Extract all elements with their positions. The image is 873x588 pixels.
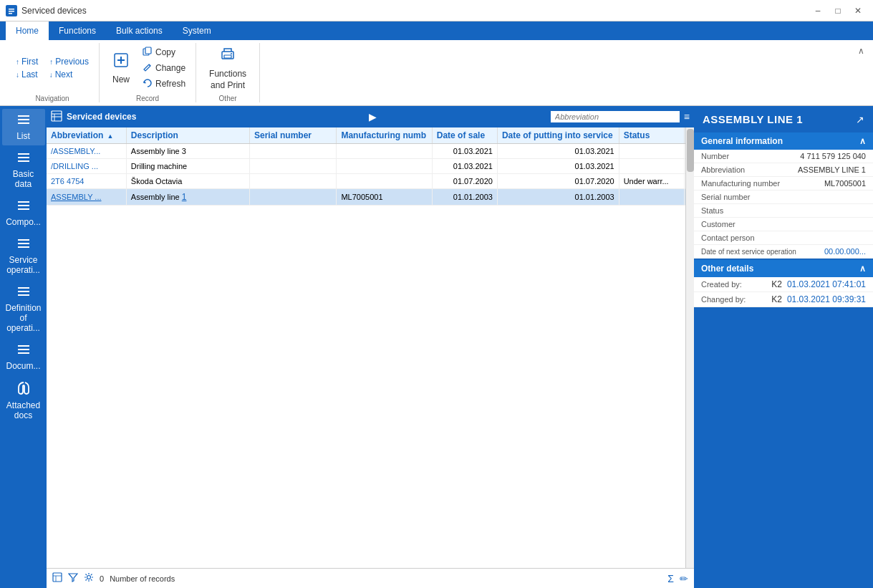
sidebar-item-basic-data[interactable]: Basic data (2, 147, 45, 193)
table-scrollbar[interactable] (685, 127, 694, 568)
app-title: Serviced devices (21, 6, 87, 16)
sidebar-item-docum[interactable]: Docum... (2, 339, 45, 375)
grid-view-icon[interactable] (52, 572, 62, 584)
general-info-label: General information (701, 136, 783, 146)
last-button[interactable]: ↓ Last (11, 68, 42, 81)
record-group-label: Record (136, 95, 159, 102)
other-details-chevron[interactable]: ∧ (859, 264, 866, 274)
next-button[interactable]: ↓ Next (45, 68, 77, 81)
next-label: Next (55, 69, 73, 79)
refresh-button[interactable]: Refresh (138, 77, 190, 92)
minimize-button[interactable]: – (809, 4, 827, 18)
ribbon: Home Functions Bulk actions System ↑ Fir… (0, 21, 873, 106)
sidebar-list-label: List (16, 131, 30, 141)
cell-serial-3 (249, 189, 336, 206)
edit-icon[interactable]: ✏ (680, 573, 688, 584)
filter-icon[interactable] (68, 572, 78, 584)
tab-bulk-actions[interactable]: Bulk actions (106, 21, 173, 40)
svg-line-9 (149, 64, 150, 66)
col-abbr-label: Abbreviation (51, 130, 103, 140)
sidebar-definition-label: Definition of operati... (4, 303, 44, 333)
grid-toolbar: Serviced devices ▶ ≡ (47, 106, 694, 127)
settings-icon[interactable] (84, 572, 94, 584)
status-right: Σ ✏ (667, 573, 688, 584)
value-mfg: ML7005001 (780, 179, 866, 188)
grid-search-container (381, 111, 679, 122)
search-input[interactable] (551, 111, 680, 122)
tab-home[interactable]: Home (6, 21, 49, 40)
nav-buttons: ↑ First ↑ Previous ↓ Last (11, 43, 93, 93)
cell-service-0: 01.03.2021 (497, 144, 619, 159)
sidebar-item-service-operations[interactable]: Service operati... (2, 233, 45, 279)
new-button[interactable]: New (105, 49, 137, 87)
other-buttons: Functions and Print (202, 43, 254, 93)
table-wrapper[interactable]: Abbreviation ▲ Description Serial number… (47, 127, 694, 568)
grid-table-icon[interactable] (51, 110, 62, 124)
table-row[interactable]: /DRILLING ... Drilling machine 01.03.202… (47, 159, 694, 174)
previous-button[interactable]: ↑ Previous (45, 55, 93, 68)
title-bar: Serviced devices – □ ✕ (0, 0, 873, 21)
label-next-service: Date of next service operation (701, 248, 796, 256)
created-date: 01.03.2021 07:41:01 (787, 279, 866, 289)
definition-icon (16, 285, 31, 302)
other-details-label: Other details (701, 264, 753, 274)
cell-status-1 (619, 159, 684, 174)
functions-print-button[interactable]: Functions and Print (202, 43, 254, 93)
general-info-section: General information ∧ Number 4 711 579 1… (694, 132, 873, 259)
other-details-header[interactable]: Other details ∧ (694, 260, 873, 277)
general-info-chevron[interactable]: ∧ (859, 136, 866, 146)
panel-row-serial: Serial number (694, 191, 873, 204)
col-header-serial[interactable]: Serial number (249, 127, 336, 144)
table-row[interactable]: /ASSEMBLY... Assembly line 3 01.03.2021 … (47, 144, 694, 159)
sum-icon[interactable]: Σ (667, 573, 674, 584)
sidebar-item-attached-docs[interactable]: Attached docs (2, 377, 45, 425)
maximize-button[interactable]: □ (829, 4, 847, 18)
sidebar-basic-data-label: Basic data (4, 169, 44, 189)
table-row-selected[interactable]: ASSEMBLY ... Assembly line 1 ML7005001 0… (47, 189, 694, 206)
right-panel-title: ASSEMBLY LINE 1 (703, 113, 803, 125)
right-panel-header: ASSEMBLY LINE 1 ↗ (694, 106, 873, 132)
ribbon-group-other: Functions and Print Other (196, 43, 260, 102)
col-header-mfg[interactable]: Manufacturing numb (337, 127, 432, 144)
copy-icon (143, 47, 153, 59)
cell-service-2: 01.07.2020 (497, 174, 619, 189)
close-button[interactable]: ✕ (849, 4, 867, 18)
col-header-sale[interactable]: Date of sale (432, 127, 497, 144)
col-header-description[interactable]: Description (126, 127, 249, 144)
tab-system[interactable]: System (173, 21, 221, 40)
label-mfg: Manufacturing number (701, 179, 780, 188)
changed-date: 01.03.2021 09:39:31 (787, 294, 866, 304)
filter-count: 0 (100, 574, 104, 583)
right-panel-expand-icon[interactable]: ↗ (856, 114, 864, 125)
last-label: Last (21, 69, 38, 79)
copy-button[interactable]: Copy (138, 45, 190, 60)
attached-docs-icon (17, 381, 30, 399)
sidebar-attached-docs-label: Attached docs (4, 400, 44, 420)
general-info-header[interactable]: General information ∧ (694, 132, 873, 150)
title-bar-left: Serviced devices (6, 5, 87, 16)
small-record-group: Copy Change Refresh (138, 45, 190, 92)
change-icon (143, 62, 153, 74)
sidebar-item-compo[interactable]: Compo... (2, 195, 45, 231)
cell-serial-2 (249, 174, 336, 189)
ribbon-collapse-button[interactable]: ∧ (855, 43, 867, 59)
scrollbar-thumb[interactable] (687, 129, 694, 172)
cell-mfg-0 (337, 144, 432, 159)
grid-menu-icon[interactable]: ≡ (684, 111, 690, 122)
col-service-label: Date of putting into service (502, 130, 613, 140)
col-header-abbreviation[interactable]: Abbreviation ▲ (47, 127, 126, 144)
col-header-status[interactable]: Status (619, 127, 684, 144)
change-button[interactable]: Change (138, 61, 190, 76)
ribbon-group-navigation: ↑ First ↑ Previous ↓ Last (6, 43, 100, 102)
label-abbreviation: Abbreviation (701, 165, 766, 174)
sidebar-item-list[interactable]: List (2, 109, 45, 145)
col-header-service[interactable]: Date of putting into service (497, 127, 619, 144)
sidebar-item-definition[interactable]: Definition of operati... (2, 281, 45, 337)
first-button[interactable]: ↑ First (11, 55, 42, 68)
nav-row-top: ↑ First ↑ Previous (11, 55, 93, 68)
sidebar-service-label: Service operati... (4, 255, 44, 275)
table-row[interactable]: 2T6 4754 Škoda Octavia 01.07.2020 01.07.… (47, 174, 694, 189)
svg-rect-2 (9, 11, 14, 12)
tab-functions[interactable]: Functions (49, 21, 106, 40)
label-serial: Serial number (701, 193, 766, 201)
